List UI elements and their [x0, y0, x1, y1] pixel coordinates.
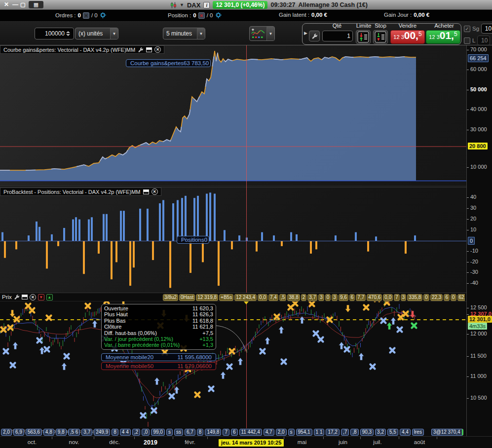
- trade-chip: 4,8: [43, 429, 54, 436]
- quantity-spinner[interactable]: [65, 31, 72, 36]
- stop-loss-checkbox[interactable]: [464, 37, 470, 44]
- chevron-down-icon: ▼: [110, 28, 118, 39]
- positions-bar-chart[interactable]: [0, 187, 466, 293]
- close-panel-icon[interactable]: ✕: [30, 294, 36, 300]
- wrench-icon[interactable]: [14, 294, 20, 300]
- axis-label: 30: [470, 205, 476, 211]
- limit-order-button[interactable]: [356, 30, 371, 44]
- trade-marker-arrow: [62, 363, 67, 370]
- trade-chip: 0: [423, 294, 429, 301]
- equity-curve-panel[interactable]: Courbe gains&pertes: Vectorial - DAX v4.…: [0, 45, 466, 186]
- trade-chip: 0,0: [258, 294, 267, 301]
- trade-marker-arrow: [154, 377, 160, 385]
- trade-marker-cross: [345, 347, 349, 352]
- axis-label: 20: [470, 216, 476, 222]
- trade-chip: ,2: [132, 429, 140, 436]
- position-settings-icon[interactable]: [215, 12, 223, 19]
- sell-price-main: 00,: [404, 31, 418, 40]
- buy-price-sup: 5: [454, 31, 457, 37]
- ma50-label[interactable]: Moyenne mobile50 11 579,06600: [101, 362, 216, 370]
- trade-chip: 5,5: [387, 429, 398, 436]
- trade-chip: 3@12 370,4: [431, 429, 463, 436]
- equity-curve-chart[interactable]: [0, 45, 466, 186]
- qty-input[interactable]: 1: [322, 31, 353, 41]
- sell-marker-toggle-icon[interactable]: ▼: [38, 294, 44, 300]
- axis-tick: [467, 219, 469, 220]
- units-dropdown[interactable]: (x) unités ▼: [75, 28, 118, 39]
- axis-label: 40 000: [470, 106, 487, 112]
- trade-marker-cross: [11, 363, 15, 368]
- restore-window-icon[interactable]: [146, 47, 152, 52]
- price-axis[interactable]: 70 00066 25460 00050 00040 00030 00020 8…: [466, 45, 492, 436]
- close-panel-icon[interactable]: ✕: [151, 188, 158, 195]
- instrument-name[interactable]: DAX: [187, 1, 200, 9]
- axis-tick: [467, 230, 469, 230]
- axis-tick: [437, 437, 437, 439]
- chart-type-button[interactable]: ▼: [249, 26, 275, 41]
- positions-panel[interactable]: ProBacktest - Positions: Vectorial - DAX…: [0, 187, 466, 293]
- axis-tick: [134, 437, 135, 439]
- timeframe-dropdown[interactable]: 5 minutes ▼: [163, 28, 205, 39]
- titlebar: ✕ — ▢ ▦ ▼ DAX i 12 301,0 (+0,46%) 09:30:…: [0, 0, 492, 10]
- trade-chip: s: [288, 429, 295, 436]
- unrealized-gain: Gain latent : 0,00 €: [279, 12, 327, 18]
- close-panel-icon[interactable]: ✕: [154, 46, 161, 53]
- maximize-window-icon[interactable]: ▢: [20, 1, 25, 8]
- trade-chip: 0Hast: [179, 294, 195, 301]
- quantity-stepper[interactable]: 100000: [35, 28, 74, 39]
- stop-loss-pts-input[interactable]: 10: [477, 36, 490, 45]
- sell-label: Vendre: [399, 23, 416, 29]
- positions-label[interactable]: Positions 0: [177, 236, 209, 244]
- axis-tick: [467, 197, 469, 198]
- close-window-icon[interactable]: ✕: [4, 1, 9, 8]
- buy-marker-toggle-icon[interactable]: ▲: [46, 294, 53, 300]
- close-position-icon[interactable]: ✕: [198, 12, 205, 19]
- tooltip-row-label: Ouverture: [104, 305, 128, 311]
- price-chart-panel[interactable]: Ouverture11 620,3Plus Haut11 626,3Plus B…: [0, 301, 466, 428]
- time-axis[interactable]: jeu. 14 mars 2019 10:25 oct.nov.déc.2019…: [0, 436, 492, 448]
- stop-order-button[interactable]: [373, 30, 388, 44]
- wrench-icon[interactable]: [138, 47, 144, 53]
- restore-window-icon[interactable]: [22, 295, 28, 299]
- trade-chip: 9,6: [339, 294, 348, 301]
- chevron-down-icon[interactable]: ▼: [180, 2, 184, 7]
- trade-marker-cross: [314, 332, 318, 336]
- orders-count: 0: [78, 12, 81, 18]
- trade-chip: 7,7: [356, 294, 366, 301]
- trade-chip: 90,3: [360, 429, 374, 436]
- axis-value-highlight: 0: [468, 237, 475, 245]
- orders-settings-icon[interactable]: [100, 12, 107, 19]
- orders-suffix: / 0: [91, 12, 98, 18]
- cursor-date-label: jeu. 14 mars 2019 10:25: [219, 439, 284, 447]
- trade-chip: 3,7: [81, 429, 92, 436]
- trade-marker-cross: [209, 387, 214, 391]
- day-gain: Gain Jour : 0,00 €: [384, 12, 429, 18]
- ma20-label[interactable]: Moyenne mobile20 11 595,68000: [101, 353, 216, 361]
- trade-chip: 12 243,4: [234, 294, 257, 301]
- axis-tick: [323, 437, 324, 439]
- equity-curve-label[interactable]: Courbe gains&pertes 63 783,50: [126, 59, 211, 67]
- axis-label: 11 000: [470, 373, 487, 379]
- units-value: (x) unités: [76, 30, 110, 37]
- collapse-panel-icon[interactable]: ▶: [304, 31, 307, 36]
- timeframe-value: 5 minutes: [163, 30, 197, 37]
- stop-gain-pts-input[interactable]: 10: [481, 24, 492, 34]
- info-icon[interactable]: i: [203, 2, 210, 8]
- buy-button[interactable]: 12 301,5: [426, 30, 460, 44]
- position-status: Position : 0 ✕ / 0: [168, 12, 223, 19]
- qty-value: 1: [347, 33, 350, 39]
- sell-button[interactable]: 12 300,5: [390, 30, 425, 44]
- candlestick-icon[interactable]: [170, 2, 177, 8]
- restore-window-icon[interactable]: [143, 189, 149, 194]
- cancel-orders-icon[interactable]: ✕: [83, 12, 89, 19]
- minimize-window-icon[interactable]: —: [12, 1, 18, 8]
- trade-chip: 7,4: [268, 294, 278, 301]
- trade-marker-cross: [261, 349, 265, 354]
- order-settings-button[interactable]: [309, 31, 320, 41]
- keyboard-icon[interactable]: ▦: [29, 1, 43, 8]
- price-candlestick-chart[interactable]: [0, 301, 466, 428]
- trade-marker-arrow: [391, 317, 396, 325]
- trade-marker-arrow: [238, 358, 243, 365]
- trade-marker-cross: [412, 324, 416, 328]
- stop-gain-checkbox[interactable]: ✓: [464, 26, 470, 32]
